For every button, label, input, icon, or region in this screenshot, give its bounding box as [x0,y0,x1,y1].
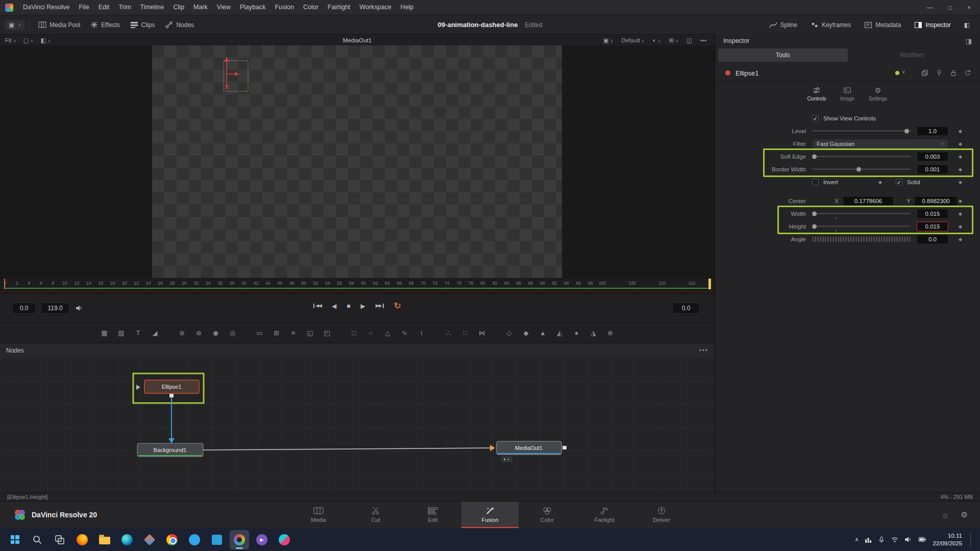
show-desktop-button[interactable] [970,532,972,547]
tool-defocus[interactable]: ◎ [226,328,239,338]
solid-keyframe-icon[interactable]: ◆ [959,180,962,185]
menu-item-davinci-resolve[interactable]: DaVinci Resolve [18,0,74,15]
current-frame-field[interactable]: 0.0 [672,303,700,314]
right-panel-toggle-button[interactable]: ◧ [959,19,975,31]
mediaout1-output-connector[interactable] [562,446,567,449]
loop-button[interactable]: ↻ [394,302,401,310]
tool-soft-glow[interactable]: ⊛ [192,328,206,338]
tool-resize[interactable]: ◰ [321,328,334,338]
tool-pmerge[interactable]: ∷ [459,328,472,338]
viewer-channel-dropdown[interactable]: ◐∨ [653,37,661,43]
viewer-mode-dropdown[interactable]: ▣∨ [603,37,614,44]
angle-thumbwheel[interactable] [812,236,911,242]
nodes-button[interactable]: Nodes [160,18,199,31]
menu-item-playback[interactable]: Playback [235,0,271,15]
invert-checkbox[interactable] [812,179,819,185]
tool-glow[interactable]: ◉ [209,328,223,338]
goto-end-button[interactable]: ▶▶ [376,304,384,308]
task-manager-icon[interactable] [865,536,872,543]
level-keyframe-icon[interactable]: ◆ [959,129,962,134]
fit-dropdown[interactable]: Fit∨ [5,37,16,43]
play-button[interactable]: ▶ [361,303,365,309]
viewer-options-menu[interactable]: ••• [700,37,706,43]
inspector-button[interactable]: Inspector [909,19,955,31]
tool-bspline-mask[interactable]: ∿ [398,328,411,338]
menu-item-view[interactable]: View [212,0,235,15]
project-manager-icon[interactable]: ⌂ [943,511,947,519]
soft-edge-keyframe-icon[interactable]: ◆ [959,154,962,159]
tool-polygon-mask[interactable]: △ [381,328,395,338]
tool-ellipse-mask[interactable]: ○ [364,328,378,338]
filter-dropdown[interactable]: Fast Gaussian∨ [812,139,948,149]
tool-camera3d[interactable]: ▲ [536,328,550,338]
tool-sphere3d[interactable]: ● [570,328,583,338]
maximize-button[interactable]: □ [948,4,952,11]
page-tab-cut[interactable]: Cut [347,502,404,528]
page-tab-fusion[interactable]: Fusion [461,502,519,528]
reset-icon[interactable] [964,69,971,77]
center-x-field[interactable]: 0.1778606 [843,196,894,206]
menu-item-clip[interactable]: Clip [169,0,189,15]
width-keyframe-icon[interactable]: ◆ [959,211,962,216]
height-value[interactable]: 0.015 [917,221,948,231]
taskbar-edge[interactable] [117,530,137,549]
effects-button[interactable]: Effects [85,18,125,31]
solid-checkbox[interactable]: ✓ [896,179,902,185]
height-keyframe-icon[interactable]: ◆ [959,224,962,229]
taskbar-messenger-app[interactable] [185,530,204,549]
nodes-options-menu[interactable]: ••• [699,347,708,354]
taskbar-vscode[interactable] [207,530,227,549]
tool-letterbox[interactable]: ≡ [287,328,300,338]
inspector-panel-icon[interactable]: ◨ [966,37,972,45]
lock-icon[interactable] [950,69,957,77]
taskbar-file-explorer[interactable] [95,530,114,549]
tool-rectangle-mask[interactable]: □ [348,328,361,338]
tool-merge3d[interactable]: ◆ [520,328,533,338]
tool-fastnoise[interactable]: ▨ [115,328,128,338]
page-tab-edit[interactable]: Edit [404,502,461,528]
tool-text-plus[interactable]: T [132,328,145,338]
soft-edge-slider[interactable] [812,154,911,159]
tool-wand-mask[interactable]: ≀ [415,328,428,338]
taskbar-firefox[interactable] [72,530,92,549]
page-tab-media[interactable]: Media [290,502,347,528]
ellipse-node-expand-arrow[interactable] [136,385,140,390]
viewer-area[interactable] [0,45,715,278]
tab-controls[interactable]: Controls [801,86,832,102]
volume-icon[interactable] [904,536,912,543]
menu-item-edit[interactable]: Edit [94,0,114,15]
tool-shape3d[interactable]: ◇ [503,328,516,338]
level-value[interactable]: 1.0 [917,126,948,136]
start-button[interactable] [5,530,24,549]
taskbar-media-player[interactable]: ▶ [252,530,272,549]
menu-item-file[interactable]: File [74,0,93,15]
media-pool-button[interactable]: Media Pool [33,18,85,31]
region-dropdown[interactable]: ◧∨ [40,37,51,44]
tool-dve[interactable]: ⊞ [270,328,283,338]
angle-keyframe-icon[interactable]: ◆ [959,237,962,242]
page-tab-color[interactable]: Color [519,502,576,528]
viewer-canvas[interactable] [152,45,562,278]
play-reverse-button[interactable]: ◀ [332,303,336,309]
range-end-marker[interactable] [708,279,711,289]
taskbar-installer-app[interactable] [140,530,159,549]
border-width-slider[interactable] [812,167,911,171]
taskbar-search-button[interactable] [28,530,47,549]
center-keyframe-icon[interactable]: ◆ [959,198,962,204]
level-slider[interactable] [812,129,911,133]
tool-paint[interactable]: ◢ [149,328,162,338]
show-view-controls-checkbox[interactable]: ✓ [812,115,819,121]
menu-item-fairlight[interactable]: Fairlight [323,0,355,15]
taskbar-paint-app[interactable] [275,530,294,549]
invert-keyframe-icon[interactable]: ◆ [878,180,882,185]
menu-item-color[interactable]: Color [299,0,323,15]
goto-start-button[interactable]: ◀◀ [313,304,322,308]
menu-item-fusion[interactable]: Fusion [270,0,299,15]
edge-background-mediaout[interactable] [203,448,491,450]
tool-background[interactable]: ▦ [98,328,111,338]
center-y-field[interactable]: 0.8982300 [914,196,958,206]
taskbar-davinci-resolve[interactable] [230,530,249,549]
node-versions-icon[interactable] [921,69,928,77]
spline-button[interactable]: Spline [764,19,802,31]
tab-modifiers[interactable]: Modifiers [848,48,977,62]
